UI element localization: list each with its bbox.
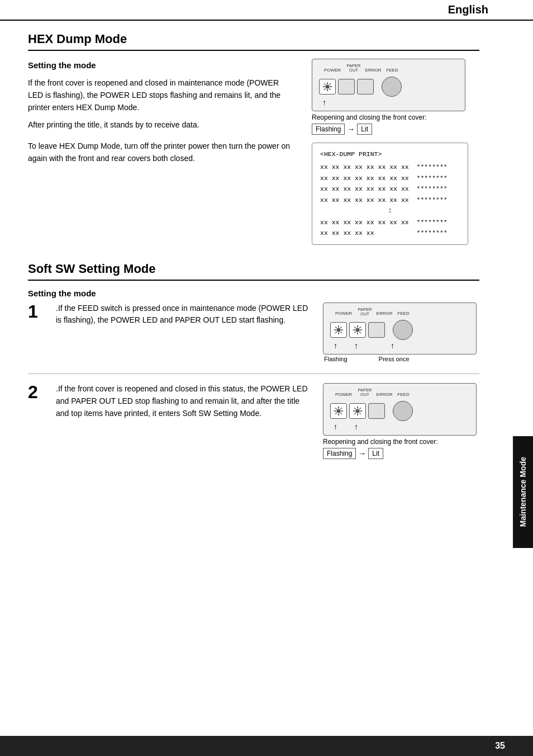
soft-sw-section: Soft SW Setting Mode Setting the mode 1 … — [28, 262, 479, 459]
step2-label-feed: FEED — [394, 393, 413, 398]
svg-point-18 — [355, 328, 359, 332]
step1-led-section — [330, 322, 385, 338]
svg-line-42 — [359, 413, 361, 414]
svg-point-0 — [325, 84, 329, 88]
hex-line-2: xx xx xx xx xx xx xx xx ******** — [320, 173, 460, 184]
step2-label-error: ERROR — [375, 393, 394, 398]
svg-line-17 — [335, 332, 337, 334]
step2-led-section — [330, 403, 385, 419]
hex-lit-box: Lit — [357, 124, 372, 135]
svg-line-16 — [340, 327, 342, 328]
step1-panel-labels: POWER PAPEROUT ERROR FEED — [330, 308, 469, 317]
hex-paragraph3: To leave HEX Dump Mode, turn off the pri… — [28, 140, 295, 164]
soft-sw-title: Soft SW Setting Mode — [28, 262, 479, 281]
main-content: HEX Dump Mode Setting the mode If the fr… — [0, 21, 513, 481]
step-2-row: 2 .If the front cover is reopened and cl… — [28, 383, 479, 459]
footer-bar: 35 — [0, 736, 533, 756]
svg-line-5 — [324, 83, 326, 85]
step-2-number: 2 — [28, 383, 45, 401]
step2-lit-box: Lit — [368, 448, 383, 459]
step2-led-feed — [393, 401, 413, 421]
step-1-text: .If the FEED switch is pressed once in m… — [56, 303, 312, 327]
svg-point-9 — [336, 328, 340, 332]
soft-sw-subtitle: Setting the mode — [28, 289, 479, 298]
svg-line-7 — [329, 83, 331, 85]
step2-led-power — [330, 403, 347, 419]
hex-arrow-transition: → — [347, 125, 355, 134]
hex-flashing-box: Flashing — [312, 124, 345, 135]
star-icon-s2-paper — [353, 406, 363, 416]
step-divider — [28, 374, 479, 374]
hex-panel-labels-1: POWER PAPEROUT ERROR FEED — [319, 64, 458, 73]
step2-caption: Reopening and closing the front cover: — [323, 438, 479, 446]
step-1-content: .If the FEED switch is pressed once in m… — [56, 304, 308, 325]
hex-arrow-power-1: ↑ — [322, 98, 326, 106]
page-header: English — [0, 0, 533, 21]
step2-panel: POWER PAPEROUT ERROR FEED — [323, 383, 477, 436]
step1-arrow-row: ↑ ↑ ↑ — [330, 340, 469, 349]
step1-arrow-feed: ↑ — [391, 342, 394, 349]
hex-dump-section: HEX Dump Mode Setting the mode If the fr… — [28, 32, 479, 245]
hex-led-panel-1: POWER PAPEROUT ERROR FEED — [312, 59, 479, 135]
svg-line-43 — [359, 408, 361, 409]
step2-led-paper — [349, 403, 366, 419]
step-1-row: 1 .If the FEED switch is pressed once in… — [28, 303, 479, 363]
svg-line-14 — [335, 327, 337, 328]
svg-line-24 — [359, 332, 361, 334]
hex-line-6: xx xx xx xx xx ******** — [320, 228, 460, 239]
step1-led-power — [330, 322, 347, 338]
hex-panel-wrapper-1: POWER PAPEROUT ERROR FEED — [312, 59, 465, 111]
step2-arrow-row: ↑ ↑ — [330, 421, 469, 431]
svg-line-6 — [329, 88, 331, 90]
hex-line-4: xx xx xx xx xx xx xx xx ******** — [320, 195, 460, 206]
step-1-number: 1 — [28, 303, 45, 320]
side-tab-label: Maintenance Mode — [518, 457, 527, 527]
hex-dump-text: Setting the mode If the front cover is r… — [28, 59, 295, 170]
label-power-1: POWER — [321, 68, 344, 73]
step2-arrow-power: ↑ — [334, 423, 337, 431]
svg-line-41 — [354, 408, 356, 409]
hex-state-1: Flashing → Lit — [312, 124, 479, 135]
step1-label-paper: PAPEROUT — [355, 308, 375, 317]
step2-panel-labels: POWER PAPEROUT ERROR FEED — [330, 388, 469, 398]
hex-paragraph1: If the front cover is reopened and close… — [28, 77, 295, 114]
step1-panel: POWER PAPEROUT ERROR FEED — [323, 303, 477, 355]
hex-led-error-1 — [357, 79, 374, 94]
step1-led-error — [368, 322, 385, 338]
step1-label-power: POWER — [332, 311, 355, 316]
hex-print-title: <HEX-DUMP PRINT> — [320, 149, 460, 160]
step1-led-feed — [393, 320, 413, 340]
star-icon-s2-power — [334, 406, 344, 416]
step-1-diagram: POWER PAPEROUT ERROR FEED — [323, 303, 479, 363]
step-2-content: .If the front cover is reopened and clos… — [56, 384, 308, 417]
step-2-diagram: POWER PAPEROUT ERROR FEED — [323, 383, 479, 459]
star-icon-s1-power — [334, 325, 344, 335]
label-paper-1: PAPEROUT — [344, 64, 364, 73]
svg-line-44 — [354, 413, 356, 414]
svg-line-35 — [335, 413, 337, 414]
label-error-1: ERROR — [364, 68, 383, 73]
step1-flashing-label: Flashing — [324, 356, 348, 362]
hex-panel-body-1 — [319, 77, 458, 97]
hex-line-1: xx xx xx xx xx xx xx xx ******** — [320, 162, 460, 173]
step1-arrow-paper: ↑ — [354, 342, 358, 349]
hex-led-power-1 — [319, 79, 336, 94]
step1-label-error: ERROR — [375, 311, 394, 316]
svg-line-33 — [340, 413, 342, 414]
svg-point-36 — [355, 409, 359, 413]
step2-arrow-paper: ↑ — [354, 423, 358, 431]
language-label: English — [448, 3, 488, 16]
step1-caption-row: Flashing Press once — [323, 355, 479, 362]
hex-dump-content: Setting the mode If the front cover is r… — [28, 59, 479, 245]
step2-state: Flashing → Lit — [323, 448, 479, 459]
hex-caption-1: Reopening and closing the front cover: — [312, 114, 479, 121]
hex-led-feed-1 — [382, 77, 402, 97]
hex-arrow-row-1: ↑ — [319, 97, 458, 106]
step2-label-power: POWER — [332, 393, 355, 398]
svg-line-26 — [354, 332, 356, 334]
hex-led-paper-1 — [338, 79, 355, 94]
hex-setting-mode-title: Setting the mode — [28, 59, 295, 72]
svg-line-8 — [324, 88, 326, 90]
hex-led-section-1 — [319, 79, 374, 94]
step2-label-paper: PAPEROUT — [355, 388, 375, 398]
